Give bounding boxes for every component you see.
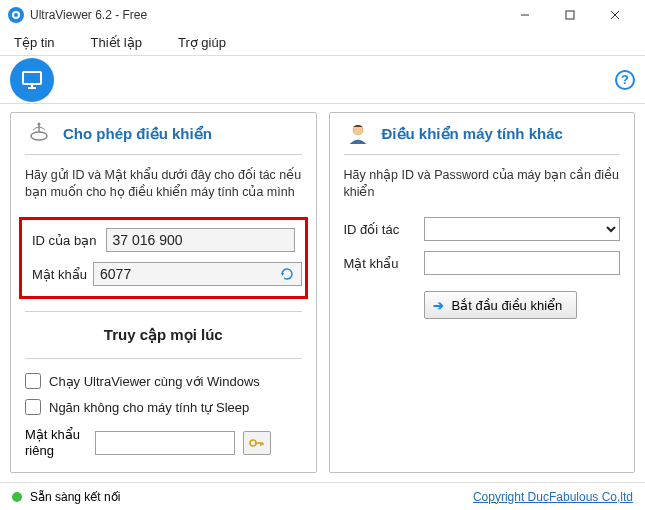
menu-help[interactable]: Trợ giúp (174, 33, 230, 52)
your-id-field[interactable] (106, 228, 295, 252)
maximize-button[interactable] (547, 0, 592, 30)
allow-control-panel: Cho phép điều khiển Hãy gửi ID và Mật kh… (10, 112, 317, 473)
svg-rect-6 (23, 72, 41, 84)
partner-pw-input[interactable] (424, 251, 621, 275)
refresh-password-icon[interactable] (280, 265, 294, 283)
control-other-panel: Điều khiển máy tính khác Hãy nhập ID và … (329, 112, 636, 473)
partner-pw-label: Mật khẩu (344, 256, 424, 271)
allow-panel-title: Cho phép điều khiển (63, 125, 212, 143)
copyright-link[interactable]: Copyright DucFabulous Co,ltd (473, 490, 633, 504)
your-pw-label: Mật khẩu (32, 267, 93, 282)
run-with-windows-row[interactable]: Chạy UltraViewer cùng với Windows (25, 373, 302, 389)
menu-file[interactable]: Tệp tin (10, 33, 59, 52)
partner-id-label: ID đối tác (344, 222, 424, 237)
allow-panel-desc: Hãy gửi ID và Mật khẩu dưới đây cho đối … (25, 167, 302, 201)
private-pw-label: Mật khẩu riêng (25, 427, 87, 458)
prevent-sleep-label: Ngăn không cho máy tính tự Sleep (49, 400, 249, 415)
window-title: UltraViewer 6.2 - Free (30, 8, 502, 22)
unattended-access-title: Truy cập mọi lúc (25, 311, 302, 359)
start-button-label: Bắt đầu điều khiển (452, 298, 563, 313)
svg-point-9 (31, 132, 47, 140)
start-control-button[interactable]: ➔ Bắt đầu điều khiển (424, 291, 578, 319)
your-pw-field[interactable] (93, 262, 302, 286)
key-icon (249, 437, 265, 449)
monitor-icon[interactable] (10, 58, 54, 102)
svg-marker-12 (281, 273, 284, 276)
arrow-right-icon: ➔ (433, 298, 444, 313)
partner-id-input[interactable] (424, 217, 621, 241)
svg-rect-3 (566, 11, 574, 19)
svg-point-13 (250, 440, 256, 446)
titlebar: UltraViewer 6.2 - Free (0, 0, 645, 30)
run-with-windows-checkbox[interactable] (25, 373, 41, 389)
status-text: Sẵn sàng kết nối (30, 490, 120, 504)
status-indicator-icon (12, 492, 22, 502)
close-button[interactable] (592, 0, 637, 30)
svg-point-11 (38, 122, 41, 125)
control-panel-desc: Hãy nhập ID và Password của máy bạn cần … (344, 167, 621, 201)
toolbar: ? (0, 56, 645, 104)
credentials-highlight: ID của bạn Mật khẩu (19, 217, 308, 299)
svg-point-1 (14, 13, 18, 17)
minimize-button[interactable] (502, 0, 547, 30)
private-pw-input[interactable] (95, 431, 235, 455)
menu-setup[interactable]: Thiết lập (87, 33, 146, 52)
statusbar: Sẵn sàng kết nối Copyright DucFabulous C… (0, 482, 645, 510)
run-with-windows-label: Chạy UltraViewer cùng với Windows (49, 374, 260, 389)
private-pw-key-button[interactable] (243, 431, 271, 455)
control-panel-title: Điều khiển máy tính khác (382, 125, 563, 143)
satellite-icon (25, 120, 53, 148)
app-icon (8, 7, 24, 23)
menubar: Tệp tin Thiết lập Trợ giúp (0, 30, 645, 56)
help-icon[interactable]: ? (615, 70, 635, 90)
prevent-sleep-checkbox[interactable] (25, 399, 41, 415)
your-id-label: ID của bạn (32, 233, 106, 248)
prevent-sleep-row[interactable]: Ngăn không cho máy tính tự Sleep (25, 399, 302, 415)
person-icon (344, 120, 372, 148)
